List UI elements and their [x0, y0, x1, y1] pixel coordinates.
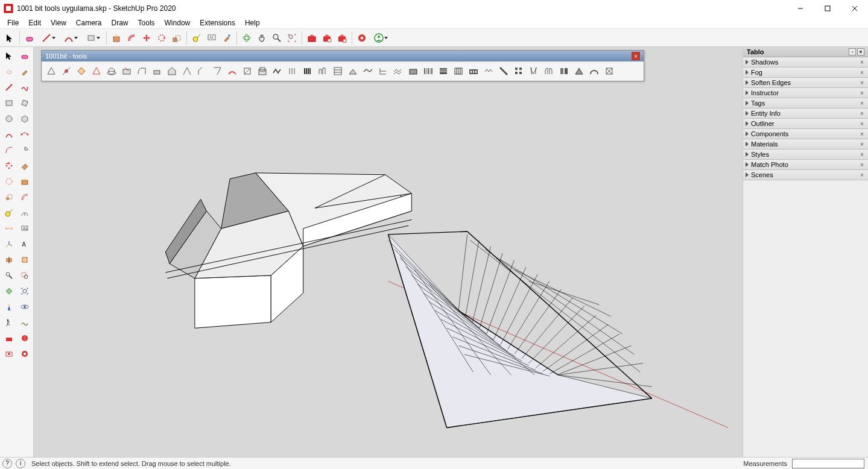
section-icon[interactable] — [1, 252, 16, 267]
dimension-icon[interactable] — [1, 221, 16, 236]
tray-panel-entity[interactable]: Entity Info× — [743, 109, 868, 119]
info-icon[interactable]: i — [16, 459, 25, 468]
axes-icon[interactable] — [1, 236, 16, 251]
text-tool[interactable]: A1 — [204, 31, 219, 45]
close-button[interactable] — [841, 0, 868, 17]
tray-panel-scenes[interactable]: Scenes× — [743, 170, 868, 180]
minimize-button[interactable] — [787, 0, 814, 17]
select-icon[interactable] — [1, 48, 16, 63]
paint-tool[interactable] — [220, 31, 234, 45]
tray-pin-icon[interactable]: ▫ — [849, 48, 856, 55]
paint-icon[interactable] — [17, 64, 32, 79]
zoomext-icon[interactable] — [17, 283, 32, 298]
panel-close-icon[interactable]: × — [858, 79, 866, 86]
measurements-input[interactable] — [792, 459, 864, 468]
eraser-tool[interactable] — [22, 31, 37, 45]
pushpull-icon[interactable] — [17, 174, 32, 189]
zoom-tool[interactable] — [270, 31, 284, 45]
panel-close-icon[interactable]: × — [858, 140, 866, 148]
tray-header[interactable]: Tablo ▫ × — [743, 47, 868, 57]
maximize-button[interactable] — [814, 0, 841, 17]
warehouse-icon[interactable] — [1, 330, 16, 345]
menu-extensions[interactable]: Extensions — [195, 17, 240, 28]
rectangle-tool[interactable] — [82, 31, 104, 45]
warehouse-1[interactable] — [305, 31, 319, 45]
arc2-icon[interactable] — [17, 127, 32, 142]
warehouse-2[interactable] — [320, 31, 334, 45]
rect-icon[interactable] — [1, 95, 16, 110]
menu-help[interactable]: Help — [240, 17, 265, 28]
look-around-icon[interactable] — [17, 299, 32, 314]
followme-icon[interactable] — [17, 158, 32, 173]
orbit-icon[interactable] — [1, 283, 16, 298]
rotate-tool[interactable] — [154, 31, 169, 45]
zoomwin-icon[interactable] — [17, 268, 32, 283]
lasso-icon[interactable] — [1, 64, 16, 79]
arc3-icon[interactable] — [1, 142, 16, 157]
move-tool[interactable] — [139, 31, 154, 45]
help-icon[interactable]: ? — [2, 459, 12, 468]
circle-icon[interactable] — [1, 111, 16, 126]
scale-icon[interactable] — [1, 189, 16, 204]
rotate-icon[interactable] — [1, 174, 16, 189]
tray-panel-outliner[interactable]: Outliner× — [743, 119, 868, 129]
tray-panel-matchphoto[interactable]: Match Photo× — [743, 160, 868, 170]
eraser-icon[interactable] — [17, 48, 32, 63]
panel-close-icon[interactable]: × — [858, 69, 866, 76]
pie-icon[interactable] — [17, 142, 32, 157]
menu-view[interactable]: View — [46, 17, 71, 28]
viewport-3d[interactable]: 1001bit - tools × — [34, 47, 743, 457]
panel-close-icon[interactable]: × — [858, 58, 866, 66]
zoom-icon[interactable] — [1, 268, 16, 283]
tray-panel-components[interactable]: Components× — [743, 129, 868, 139]
select-tool[interactable] — [2, 31, 17, 45]
line-tool[interactable] — [37, 31, 59, 45]
extension-warehouse[interactable] — [355, 31, 369, 45]
tray-panel-materials[interactable]: Materials× — [743, 139, 868, 150]
component-icon[interactable] — [17, 252, 32, 267]
sandbox-icon[interactable] — [17, 315, 32, 330]
tray-panel-shadows[interactable]: Shadows× — [743, 57, 868, 68]
menu-file[interactable]: File — [2, 17, 24, 28]
menu-tools[interactable]: Tools — [133, 17, 160, 28]
tray-panel-tags[interactable]: Tags× — [743, 98, 868, 109]
protractor-icon[interactable] — [17, 205, 32, 220]
user-icon[interactable] — [370, 31, 391, 45]
menu-draw[interactable]: Draw — [107, 17, 133, 28]
tray-panel-fog[interactable]: Fog× — [743, 68, 868, 78]
zoom-extents-tool[interactable] — [285, 31, 299, 45]
text-label-icon[interactable]: A1 — [17, 221, 32, 236]
panel-close-icon[interactable]: × — [858, 161, 866, 168]
tray-panel-soften[interactable]: Soften Edges× — [743, 78, 868, 88]
pan-tool[interactable] — [255, 31, 269, 45]
freehand-icon[interactable] — [17, 80, 32, 95]
tape-tool[interactable] — [189, 31, 204, 45]
position-camera-icon[interactable] — [1, 299, 16, 314]
menu-camera[interactable]: Camera — [71, 17, 107, 28]
walk-icon[interactable] — [1, 315, 16, 330]
move-icon[interactable] — [1, 158, 16, 173]
orbit-tool[interactable] — [239, 31, 254, 45]
panel-close-icon[interactable]: × — [858, 171, 866, 178]
tape-icon[interactable] — [1, 205, 16, 220]
scale-tool[interactable] — [169, 31, 184, 45]
arc-icon[interactable] — [1, 127, 16, 142]
tray-close-icon[interactable]: × — [857, 48, 864, 55]
geoloc-icon[interactable] — [17, 330, 32, 345]
3dtext-icon[interactable]: A — [17, 236, 32, 251]
panel-close-icon[interactable]: × — [858, 151, 866, 158]
panel-close-icon[interactable]: × — [858, 110, 866, 117]
polygon-icon[interactable] — [17, 111, 32, 126]
tray-panel-instructor[interactable]: Instructor× — [743, 88, 868, 98]
pushpull-tool[interactable] — [109, 31, 124, 45]
panel-close-icon[interactable]: × — [858, 89, 866, 96]
menu-edit[interactable]: Edit — [24, 17, 46, 28]
tray-panel-styles[interactable]: Styles× — [743, 150, 868, 160]
offset-icon[interactable] — [17, 189, 32, 204]
panel-close-icon[interactable]: × — [858, 130, 866, 137]
panel-close-icon[interactable]: × — [858, 120, 866, 127]
panel-close-icon[interactable]: × — [858, 99, 866, 107]
line-icon[interactable] — [1, 80, 16, 95]
photo-icon[interactable] — [1, 346, 16, 361]
warehouse-3[interactable] — [335, 31, 349, 45]
